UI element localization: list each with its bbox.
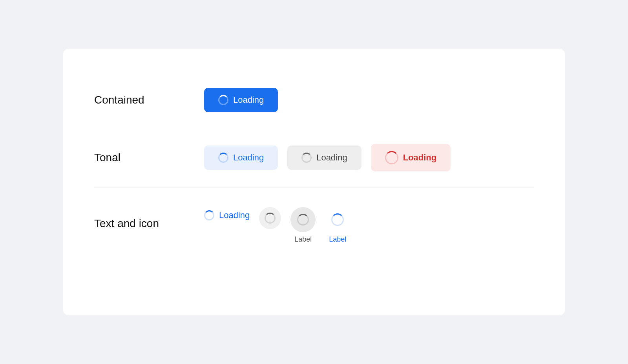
tonal-blue-spinner <box>218 153 228 163</box>
icon-circle-blue <box>325 207 350 232</box>
text-spinner <box>204 210 214 220</box>
text-icon-label: Text and icon <box>94 217 204 230</box>
icon-only-spinner <box>265 213 276 224</box>
icon-circle-small[interactable] <box>259 207 281 229</box>
contained-label: Contained <box>94 94 204 106</box>
icon-label-blue-group[interactable]: Label <box>325 207 350 244</box>
tonal-gray-spinner <box>301 153 312 163</box>
text-loading-label: Loading <box>219 210 250 220</box>
tonal-red-button[interactable]: Loading <box>371 144 451 171</box>
text-loading-button[interactable]: Loading <box>204 207 250 224</box>
contained-loading-button[interactable]: Loading <box>204 88 278 112</box>
tonal-red-spinner <box>385 151 398 164</box>
icon-gray-spinner <box>297 214 309 226</box>
tonal-section: Tonal Loading Loading Loading <box>94 128 534 187</box>
tonal-gray-button[interactable]: Loading <box>287 146 361 170</box>
icon-circle-gray <box>290 207 316 232</box>
tonal-label: Tonal <box>94 151 204 164</box>
contained-content: Loading <box>204 88 278 112</box>
text-icon-content: Loading Label Label <box>204 207 350 244</box>
icon-blue-spinner <box>331 213 344 226</box>
contained-button-label: Loading <box>233 95 264 105</box>
icon-label-gray[interactable]: Label <box>290 207 316 244</box>
tonal-blue-label: Loading <box>233 153 264 163</box>
contained-spinner <box>218 95 228 105</box>
text-icon-section: Text and icon Loading Label <box>94 187 534 259</box>
main-card: Contained Loading Tonal Loading Loading … <box>63 49 565 315</box>
icon-blue-label: Label <box>329 235 346 244</box>
tonal-gray-label: Loading <box>316 153 347 163</box>
tonal-red-label: Loading <box>403 153 437 163</box>
tonal-blue-button[interactable]: Loading <box>204 146 278 170</box>
icon-gray-label: Label <box>294 235 312 244</box>
contained-section: Contained Loading <box>94 72 534 128</box>
tonal-content: Loading Loading Loading <box>204 144 451 171</box>
